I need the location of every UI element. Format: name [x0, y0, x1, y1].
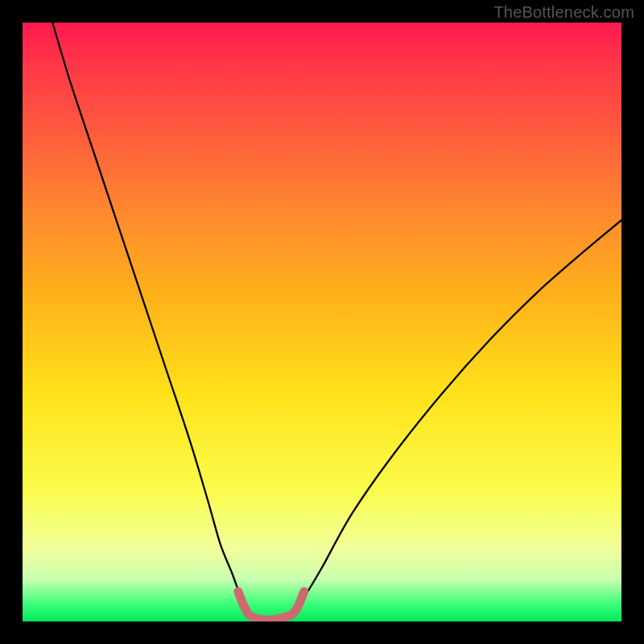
watermark-text: TheBottleneck.com: [493, 3, 634, 22]
curve-overlay: [23, 23, 621, 621]
gradient-plot-area: [23, 23, 621, 621]
left-curve: [52, 23, 250, 616]
right-curve: [292, 221, 621, 616]
valley-highlight: [238, 592, 304, 621]
chart-frame: TheBottleneck.com: [0, 0, 644, 644]
